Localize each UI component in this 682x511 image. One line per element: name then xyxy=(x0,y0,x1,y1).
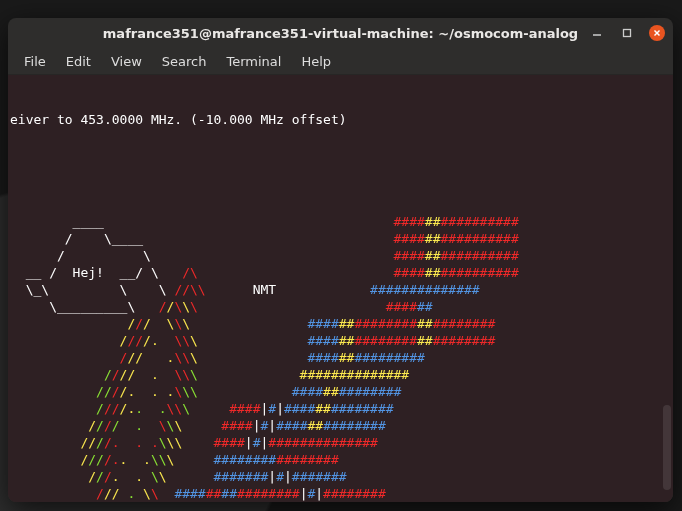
status-line: eiver to 453.0000 MHz. (-10.000 MHz offs… xyxy=(10,111,673,128)
scrollbar-thumb[interactable] xyxy=(663,405,671,490)
ascii-row: /// \\\ ######################## xyxy=(10,315,673,332)
ascii-row: __ / Hej! __/ \ /\ ################ xyxy=(10,264,673,281)
blank-line xyxy=(10,162,673,179)
terminal-window: mafrance351@mafrance351-virtual-machine:… xyxy=(8,18,673,502)
window-title: mafrance351@mafrance351-virtual-machine:… xyxy=(103,26,578,41)
maximize-button[interactable] xyxy=(619,25,635,41)
ascii-row: /// . \\ ################|#|######## xyxy=(10,485,673,502)
window-controls xyxy=(589,18,665,48)
ascii-row: / \ ################ xyxy=(10,247,673,264)
menu-edit[interactable]: Edit xyxy=(56,51,101,72)
menubar: File Edit View Search Terminal Help xyxy=(8,48,673,75)
ascii-row: ////.. .\\\ ####|#|############## xyxy=(10,400,673,417)
ascii-row: //// . \\\ ####|#|############## xyxy=(10,417,673,434)
ascii-row: / \____ ################ xyxy=(10,230,673,247)
menu-help[interactable]: Help xyxy=(291,51,341,72)
menu-terminal[interactable]: Terminal xyxy=(216,51,291,72)
ascii-row: \_________\ //\\\ ###### xyxy=(10,298,673,315)
ascii-row: ____ ################ xyxy=(10,213,673,230)
window-titlebar[interactable]: mafrance351@mafrance351-virtual-machine:… xyxy=(8,18,673,48)
ascii-banner: ____ ################ / \____ ##########… xyxy=(10,213,673,502)
ascii-row: \_\ \ \ //\\ NMT ############## xyxy=(10,281,673,298)
menu-search[interactable]: Search xyxy=(152,51,217,72)
ascii-row: //// . \\\ ############## xyxy=(10,366,673,383)
ascii-row: ////.. .\\\ ################ xyxy=(10,451,673,468)
ascii-row: ////. \\\ ######################## xyxy=(10,332,673,349)
ascii-row: ///. . \\ #######|#|####### xyxy=(10,468,673,485)
minimize-button[interactable] xyxy=(589,25,605,41)
ascii-row: ////. . .\\\ ####|#|############## xyxy=(10,434,673,451)
ascii-row: ////. . .\\\ ############## xyxy=(10,383,673,400)
terminal-viewport[interactable]: eiver to 453.0000 MHz. (-10.000 MHz offs… xyxy=(8,75,673,502)
svg-rect-1 xyxy=(624,30,631,37)
menu-view[interactable]: View xyxy=(101,51,152,72)
desktop-background: mafrance351@mafrance351-virtual-machine:… xyxy=(0,0,682,511)
menu-file[interactable]: File xyxy=(14,51,56,72)
close-button[interactable] xyxy=(649,25,665,41)
ascii-row: /// .\\\ ############### xyxy=(10,349,673,366)
